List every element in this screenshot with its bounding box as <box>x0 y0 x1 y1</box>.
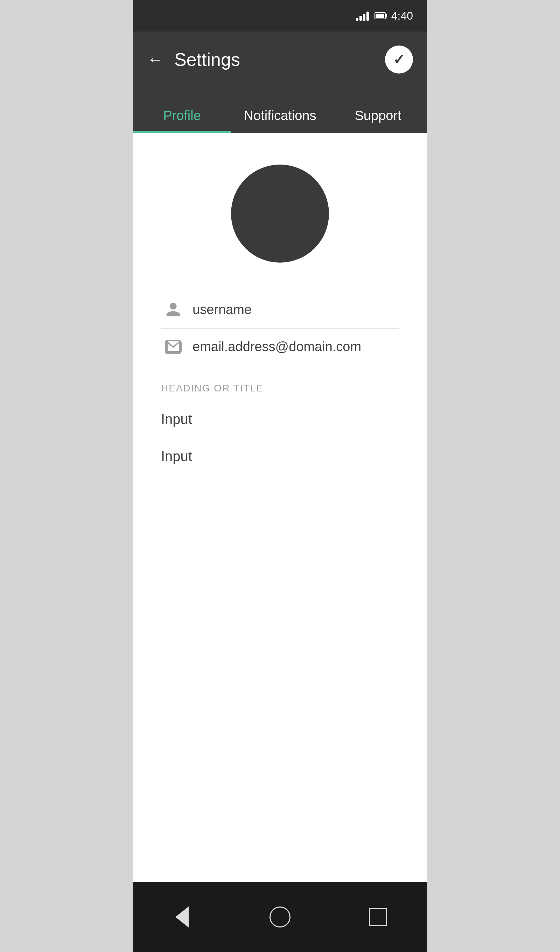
battery-icon <box>375 12 386 19</box>
nav-bar <box>133 882 427 952</box>
main-content: username email.address@domain.com HEADIN… <box>133 133 427 882</box>
email-icon <box>165 340 182 354</box>
back-nav-button[interactable] <box>168 903 196 931</box>
person-icon-container <box>161 301 185 318</box>
home-nav-button[interactable] <box>266 903 294 931</box>
input-field-1: Input <box>161 411 192 427</box>
status-time: 4:40 <box>391 9 413 22</box>
input-field-2: Input <box>161 448 192 464</box>
tab-indicator <box>133 131 231 133</box>
username-field-row[interactable]: username <box>161 291 399 329</box>
tab-support-label: Support <box>355 108 401 123</box>
app-title: Settings <box>174 49 385 70</box>
tab-profile-label: Profile <box>163 108 201 123</box>
signal-icon <box>356 11 369 21</box>
status-bar: 4:40 <box>133 0 427 31</box>
avatar-section <box>133 133 427 291</box>
section-group: HEADING OR TITLE Input Input <box>161 365 399 475</box>
username-value: username <box>185 302 251 317</box>
tab-profile[interactable]: Profile <box>133 108 231 133</box>
recent-nav-icon <box>369 908 387 926</box>
tab-bar: Profile Notifications Support <box>133 88 427 133</box>
person-icon <box>165 301 182 318</box>
app-bar: ← Settings ✓ <box>133 31 427 88</box>
check-icon: ✓ <box>393 51 405 68</box>
tab-support[interactable]: Support <box>329 108 427 133</box>
status-icons: 4:40 <box>356 9 413 22</box>
email-field-row[interactable]: email.address@domain.com <box>161 329 399 365</box>
home-nav-icon <box>270 907 290 927</box>
email-icon-container <box>161 340 185 354</box>
back-button[interactable]: ← <box>147 51 164 68</box>
tab-notifications[interactable]: Notifications <box>231 108 329 133</box>
input-field-1-row[interactable]: Input <box>161 401 399 438</box>
input-field-2-row[interactable]: Input <box>161 438 399 475</box>
confirm-button[interactable]: ✓ <box>385 45 413 74</box>
tab-notifications-label: Notifications <box>244 108 316 123</box>
back-nav-icon <box>175 907 189 927</box>
section-heading: HEADING OR TITLE <box>161 383 399 401</box>
avatar[interactable] <box>231 165 329 263</box>
email-value: email.address@domain.com <box>185 339 361 354</box>
recent-nav-button[interactable] <box>364 903 392 931</box>
form-fields: username email.address@domain.com HEADIN… <box>133 291 427 882</box>
